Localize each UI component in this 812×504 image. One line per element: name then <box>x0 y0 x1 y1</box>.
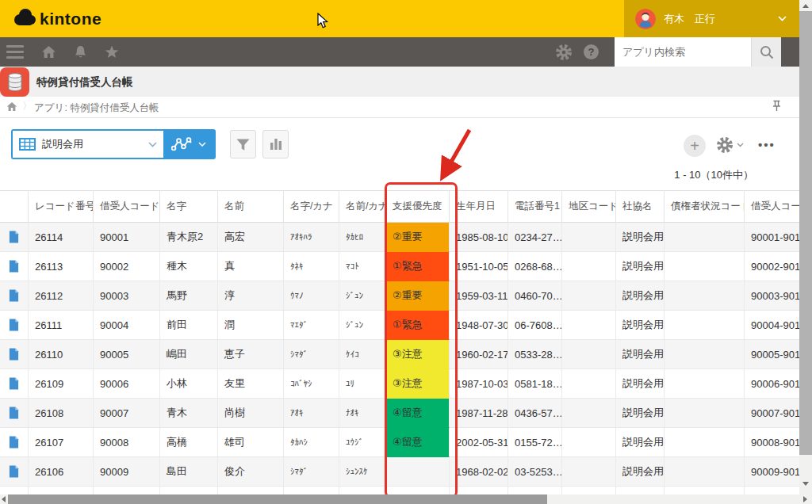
view-settings-button[interactable] <box>716 136 744 154</box>
cell-phone: 0234-27… <box>508 223 562 252</box>
user-menu[interactable]: 有木 正行 <box>624 0 799 37</box>
filter-icon <box>236 138 251 151</box>
document-icon[interactable] <box>0 399 29 428</box>
view-name: 説明会用 <box>42 137 142 151</box>
view-selector[interactable]: 説明会用 <box>11 129 216 159</box>
more-options-button[interactable]: ••• <box>758 138 776 151</box>
breadcrumb[interactable]: アプリ: 特例貸付借受人台帳 <box>34 101 159 115</box>
cell-phone: 0533-28… <box>508 340 562 369</box>
home-icon[interactable] <box>41 45 56 59</box>
cell-last_kana: ｳﾏﾉ <box>284 281 339 311</box>
scroll-down-arrow[interactable] <box>802 482 809 486</box>
document-icon[interactable] <box>0 369 29 399</box>
column-header-first_kana[interactable]: 名前/カナ <box>339 190 386 223</box>
cell-first_name: 俊介 <box>218 457 284 487</box>
cell-borrower_code: 90001 <box>94 223 160 252</box>
star-icon[interactable] <box>105 45 119 59</box>
cell-birth_date: 1959-03-11 <box>450 281 508 311</box>
graph-menu-button[interactable] <box>163 131 214 158</box>
cell-record_no: 26106 <box>29 457 94 487</box>
cell-last_kana: ｱｵｷﾊﾗ <box>284 223 339 252</box>
chart-button[interactable] <box>262 130 289 158</box>
cell-birth_date: 2002-05-31 <box>450 428 508 457</box>
column-header-creditor_status_code[interactable]: 債権者状況コード <box>665 190 745 223</box>
column-header-first_name[interactable]: 名前 <box>218 190 284 223</box>
chevron-down-icon <box>778 16 787 21</box>
scrollbar-corner[interactable] <box>799 494 812 504</box>
table-row: 2611290003馬野淳ｳﾏﾉｼﾞｭﾝ②重要1959-03-110460-70… <box>0 281 799 311</box>
column-header-loan_code[interactable]: 借受人コー <box>745 190 799 223</box>
column-header-record_no[interactable]: レコード番号 <box>29 190 94 223</box>
column-header-district_code[interactable]: 地区コード <box>562 190 616 223</box>
add-record-button[interactable]: + <box>684 135 706 157</box>
cell-loan_code: 90002-901 <box>745 252 799 281</box>
column-header-last_name[interactable]: 名字 <box>160 190 218 223</box>
document-icon[interactable] <box>0 340 29 369</box>
column-header-priority[interactable]: 支援優先度 <box>386 190 450 223</box>
search-input[interactable] <box>615 37 751 67</box>
document-icon[interactable] <box>0 252 29 281</box>
scroll-up-arrow[interactable] <box>802 4 809 8</box>
column-header-last_kana[interactable]: 名字/カナ <box>284 190 339 223</box>
bell-icon[interactable] <box>74 45 87 59</box>
vertical-scrollbar[interactable] <box>799 0 812 494</box>
cell-district_code <box>562 311 616 340</box>
cell-priority: ①緊急 <box>386 311 450 340</box>
cell-last_kana: ｼﾏﾀﾞ <box>284 340 339 369</box>
cell-priority <box>386 487 450 494</box>
search-button[interactable] <box>751 37 781 67</box>
cell-record_no: 26108 <box>29 399 94 428</box>
cell-phone: 0268-68… <box>508 252 562 281</box>
column-header-phone[interactable]: 電話番号1 <box>508 190 562 223</box>
cell-district_code <box>562 487 616 494</box>
cell-first_name: 淳 <box>218 281 284 311</box>
scroll-left-arrow[interactable] <box>2 496 6 502</box>
scroll-right-arrow[interactable] <box>803 496 807 502</box>
cell-loan_code: 90003-901 <box>745 281 799 311</box>
document-icon[interactable] <box>0 428 29 457</box>
cell-council_name: 説明会用 <box>616 457 665 487</box>
cell-last_kana: ｺﾊﾞﾔｼ <box>284 369 339 399</box>
document-icon[interactable] <box>0 457 29 487</box>
cell-district_code <box>562 399 616 428</box>
cell-record_no: 26110 <box>29 340 94 369</box>
cell-record_no: 26109 <box>29 369 94 399</box>
document-icon[interactable] <box>0 281 29 311</box>
column-header-borrower_code[interactable]: 借受人コード <box>94 190 160 223</box>
horizontal-scrollbar[interactable] <box>0 494 799 504</box>
cell-record_no: 26111 <box>29 311 94 340</box>
help-icon[interactable]: ? <box>584 44 599 59</box>
cell-last_name: 青木 <box>160 399 218 428</box>
vertical-scrollbar-thumb[interactable] <box>799 11 812 455</box>
cell-phone: 0581-18… <box>508 369 562 399</box>
cell-first_name: 高宏 <box>218 223 284 252</box>
table-row: 2610890007青木尚樹ｱｵｷﾅｵｷ④留意1987-11-280436-57… <box>0 399 799 428</box>
column-header-icon <box>0 190 29 223</box>
document-icon[interactable] <box>0 223 29 252</box>
cell-last_name: 高橋 <box>160 428 218 457</box>
breadcrumb-home-icon[interactable] <box>6 101 17 115</box>
cell-first_kana: ﾏｺﾄ <box>339 252 386 281</box>
column-header-birth_date[interactable]: 生年月日 <box>450 190 508 223</box>
gear-icon <box>716 136 733 154</box>
table-row: 2611490001青木原2高宏ｱｵｷﾊﾗﾀｶﾋﾛ②重要1985-08-1002… <box>0 223 799 252</box>
app-database-icon[interactable] <box>0 67 29 97</box>
hamburger-menu-icon[interactable] <box>6 45 24 59</box>
pin-icon[interactable] <box>772 100 782 115</box>
cell-last_name: 種木 <box>160 252 218 281</box>
filter-button[interactable] <box>230 130 256 158</box>
kintone-logo[interactable]: kintone <box>13 8 102 30</box>
document-icon[interactable] <box>0 311 29 340</box>
view-selector-current[interactable]: 説明会用 <box>13 131 163 158</box>
table-row: 2610790008高橋雄司ﾀｶﾊｼﾕｳｼﾞ④留意2002-05-310155-… <box>0 428 799 457</box>
cell-priority: ④留意 <box>386 428 450 457</box>
cell-first_name <box>218 487 284 494</box>
table-row: 2610690009島田俊介ｼﾏﾀﾞｼｭﾝｽｹ1968-02-0203-5253… <box>0 457 799 487</box>
cell-first_name: 潤 <box>218 311 284 340</box>
cell-phone: 0155-72… <box>508 428 562 457</box>
cell-last_kana: ｼﾏﾀﾞ <box>284 457 339 487</box>
column-header-council_name[interactable]: 社協名 <box>616 190 665 223</box>
cell-record_no: 26114 <box>29 223 94 252</box>
horizontal-scrollbar-thumb[interactable] <box>8 494 547 504</box>
gear-icon[interactable] <box>555 44 573 61</box>
